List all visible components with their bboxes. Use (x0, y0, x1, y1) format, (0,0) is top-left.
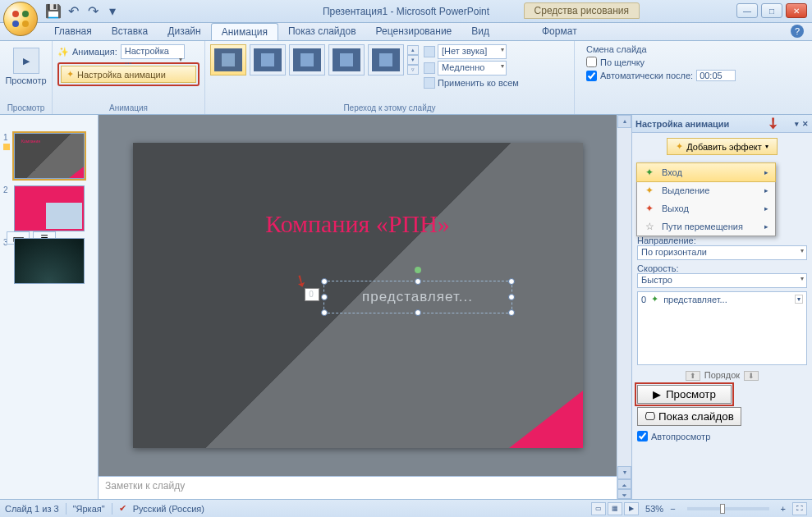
gallery-up-icon[interactable]: ▴ (407, 45, 419, 55)
speed-label: Скорость: (637, 263, 807, 273)
resize-handle[interactable] (415, 309, 421, 316)
minimize-button[interactable]: — (736, 3, 758, 18)
auto-after-time[interactable]: 00:05 (696, 70, 736, 81)
resize-handle[interactable] (415, 278, 421, 285)
slide-num-2: 2 (3, 185, 11, 231)
slideshow-icon: 🖵 (645, 410, 655, 423)
slide-thumb-1[interactable]: Компания (14, 133, 85, 179)
svg-point-1 (22, 11, 29, 17)
animation-combo[interactable]: Настройка ... (121, 44, 185, 59)
subtitle-textbox[interactable]: представляет... 0 (323, 281, 512, 313)
direction-combo[interactable]: По горизонтали (637, 245, 807, 260)
transition-thumb-5[interactable] (368, 44, 404, 75)
zoom-thumb[interactable] (720, 504, 725, 514)
taskpane-menu-icon[interactable]: ▾ (795, 120, 799, 128)
transition-thumb-2[interactable] (250, 44, 286, 75)
fit-window-button[interactable]: ⛶ (792, 502, 807, 515)
zoom-level[interactable]: 53% (645, 504, 663, 514)
group-preview-label: Просмотр (0, 103, 52, 112)
tab-animation[interactable]: Анимация (211, 23, 278, 40)
resize-handle[interactable] (508, 309, 515, 316)
group-transition-label: Переход к этому слайду (205, 103, 574, 112)
autopreview-checkbox[interactable]: Автопросмотр (637, 431, 807, 442)
apply-all-button[interactable]: Применить ко всем (438, 78, 519, 88)
resize-handle[interactable] (321, 278, 328, 285)
sound-icon (424, 46, 435, 57)
help-icon[interactable]: ? (791, 25, 804, 38)
animation-tag[interactable]: 0 (305, 288, 319, 301)
reorder-down-button[interactable]: ⬇ (744, 371, 759, 381)
status-language[interactable]: Русский (Россия) (133, 504, 204, 514)
custom-animation-button[interactable]: ✦ Настройка анимации (61, 66, 196, 83)
gallery-more-icon[interactable]: ▿ (407, 65, 419, 75)
scroll-down-icon[interactable]: ▾ (617, 466, 631, 479)
resize-handle[interactable] (508, 294, 515, 300)
rotate-handle[interactable] (415, 267, 421, 273)
play-button[interactable]: ▶Просмотр (637, 385, 732, 404)
effect-list[interactable]: 0 ✦ представляет... (637, 291, 807, 365)
resize-handle[interactable] (508, 278, 515, 285)
annotation-arrow-icon: ➚ (762, 112, 783, 134)
svg-point-3 (22, 21, 29, 27)
sorter-view-button[interactable]: ▦ (608, 502, 622, 515)
slide-thumb-2[interactable] (14, 185, 85, 231)
spellcheck-icon[interactable]: ✔ (119, 503, 126, 514)
speed-combo[interactable]: Быстро (637, 273, 807, 288)
slide-title[interactable]: Компания «РПН» (133, 210, 583, 238)
motion-icon: ☆ (644, 221, 655, 232)
tab-format[interactable]: Формат (532, 23, 587, 40)
on-click-checkbox[interactable]: По щелчку (586, 57, 807, 67)
prev-slide-icon[interactable]: ⏶ (617, 479, 631, 489)
reorder-up-button[interactable]: ⬆ (686, 371, 700, 381)
tab-view[interactable]: Вид (461, 23, 499, 40)
animation-icon: ✨ (57, 47, 69, 57)
scroll-track[interactable] (617, 128, 631, 466)
normal-view-button[interactable]: ▭ (591, 502, 606, 515)
auto-after-checkbox[interactable]: Автоматически после: 00:05 (586, 70, 807, 81)
sound-combo[interactable]: [Нет звука] (438, 44, 507, 59)
transition-thumb-1[interactable] (210, 44, 246, 75)
undo-icon[interactable]: ↶ (64, 2, 82, 21)
slideshow-view-button[interactable]: ▶ (624, 502, 639, 515)
taskpane-close-icon[interactable]: ✕ (802, 120, 809, 128)
taskpane-title: Настройка анимации (635, 119, 729, 129)
zoom-out-button[interactable]: − (670, 504, 675, 514)
scroll-up-icon[interactable]: ▴ (617, 115, 631, 128)
transition-thumb-4[interactable] (328, 44, 365, 75)
slideshow-button[interactable]: 🖵Показ слайдов (637, 407, 741, 426)
tab-review[interactable]: Рецензирование (366, 23, 462, 40)
tab-home[interactable]: Главная (44, 23, 102, 40)
tab-design[interactable]: Дизайн (158, 23, 210, 40)
status-theme: "Яркая" (73, 504, 105, 514)
next-slide-icon[interactable]: ⏷ (617, 489, 631, 499)
status-slide: Слайд 1 из 3 (5, 504, 59, 514)
zoom-slider[interactable] (687, 507, 769, 510)
tab-insert[interactable]: Вставка (102, 23, 158, 40)
slide-thumb-3[interactable] (14, 238, 85, 284)
close-button[interactable]: ✕ (786, 3, 807, 18)
tab-slideshow[interactable]: Показ слайдов (278, 23, 366, 40)
play-icon: ▶ (653, 388, 661, 400)
office-button[interactable] (3, 2, 38, 36)
effect-list-item[interactable]: 0 ✦ представляет... (638, 292, 806, 306)
gallery-down-icon[interactable]: ▾ (407, 55, 419, 65)
save-icon[interactable]: 💾 (44, 2, 62, 21)
speed-combo[interactable]: Медленно (438, 61, 507, 75)
redo-icon[interactable]: ↷ (84, 2, 102, 21)
menu-item-motion[interactable]: ☆Пути перемещения▸ (637, 217, 775, 236)
direction-label: Направление: (637, 236, 807, 245)
qat-more-icon[interactable]: ▾ (103, 2, 122, 21)
effect-star-icon: ✦ (651, 294, 658, 304)
menu-item-exit[interactable]: ✦Выход▸ (637, 199, 775, 217)
preview-button[interactable]: ▶ Просмотр (5, 44, 47, 89)
add-effect-button[interactable]: ✦ Добавить эффект (667, 138, 777, 155)
transition-thumb-3[interactable] (289, 44, 325, 75)
resize-handle[interactable] (321, 294, 328, 300)
menu-item-entry[interactable]: ✦Вход▸ (636, 162, 776, 182)
slide-canvas[interactable]: Компания «РПН» представляет... 0 ➘ (133, 143, 583, 448)
zoom-in-button[interactable]: + (781, 504, 786, 514)
menu-item-emphasis[interactable]: ✦Выделение▸ (637, 181, 775, 199)
maximize-button[interactable]: □ (761, 3, 782, 18)
notes-pane[interactable]: Заметки к слайду (99, 476, 617, 499)
resize-handle[interactable] (321, 309, 328, 316)
